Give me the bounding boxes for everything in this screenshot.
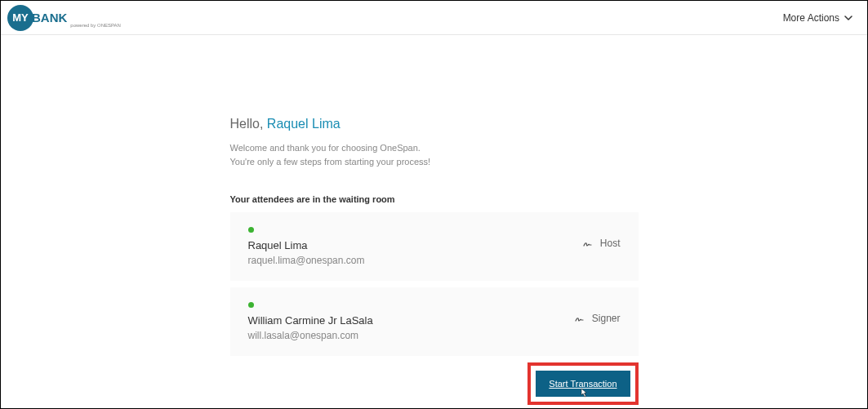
greeting: Hello, Raquel Lima: [230, 117, 639, 131]
main-content: Hello, Raquel Lima Welcome and thank you…: [230, 35, 639, 405]
logo-circle: MY: [7, 5, 33, 31]
chevron-down-icon: [844, 16, 852, 20]
attendee-card: William Carmine Jr LaSala will.lasala@on…: [230, 287, 639, 356]
cursor-icon: [578, 388, 588, 402]
logo-text: BANK: [32, 11, 67, 24]
attendee-name: Raquel Lima: [248, 239, 582, 251]
highlight-annotation: Start Transaction: [527, 362, 638, 405]
status-dot-online: [248, 227, 254, 233]
more-actions-dropdown[interactable]: More Actions: [783, 12, 852, 24]
signature-icon: [582, 238, 594, 249]
action-container: Start Transaction: [230, 362, 639, 405]
attendee-role: Signer: [574, 313, 621, 324]
attendee-card: Raquel Lima raquel.lima@onespan.com Host: [230, 212, 639, 281]
welcome-text: Welcome and thank you for choosing OneSp…: [230, 141, 639, 168]
attendee-email: will.lasala@onespan.com: [248, 330, 574, 341]
status-dot-online: [248, 302, 254, 308]
greeting-name: Raquel Lima: [267, 117, 341, 131]
more-actions-label: More Actions: [783, 12, 839, 24]
signature-icon: [574, 313, 585, 324]
logo-subtext: powered by ONESPAN: [70, 23, 121, 28]
greeting-label: Hello,: [230, 117, 267, 131]
logo: MY BANK powered by ONESPAN: [7, 5, 121, 31]
attendee-email: raquel.lima@onespan.com: [248, 255, 582, 266]
welcome-line1: Welcome and thank you for choosing OneSp…: [230, 141, 639, 155]
attendee-info: Raquel Lima raquel.lima@onespan.com: [248, 239, 582, 266]
attendee-role: Host: [582, 238, 621, 249]
attendee-info: William Carmine Jr LaSala will.lasala@on…: [248, 314, 574, 341]
welcome-line2: You're only a few steps from starting yo…: [230, 155, 639, 169]
section-title: Your attendees are in the waiting room: [230, 194, 639, 204]
attendee-role-label: Host: [600, 238, 621, 249]
attendee-name: William Carmine Jr LaSala: [248, 314, 574, 327]
start-transaction-button[interactable]: Start Transaction: [536, 371, 630, 397]
start-button-label: Start Transaction: [549, 379, 617, 389]
header-bar: MY BANK powered by ONESPAN More Actions: [1, 1, 867, 35]
attendee-role-label: Signer: [592, 313, 621, 324]
